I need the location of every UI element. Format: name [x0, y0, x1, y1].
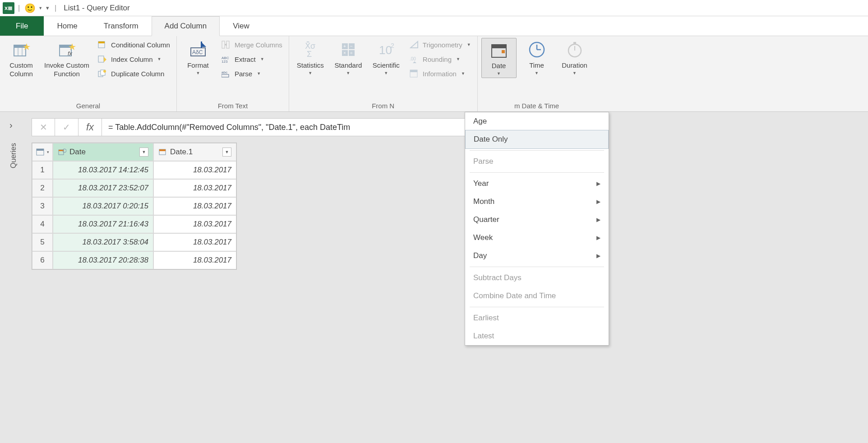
duplicate-column-button[interactable]: Duplicate Column — [95, 68, 173, 79]
check-icon: ✓ — [63, 122, 70, 133]
row-number[interactable]: 5 — [32, 233, 53, 251]
format-label: Format — [187, 61, 209, 70]
tab-view[interactable]: View — [220, 16, 263, 36]
header-date1-label: Date.1 — [170, 148, 193, 157]
cancel-formula-button[interactable]: ✕ — [32, 118, 55, 136]
svg-marker-12 — [104, 57, 106, 62]
formula-input[interactable]: = Table.AddColumn(#"Removed Columns", "D… — [102, 118, 499, 136]
menu-date-only[interactable]: Date Only — [465, 130, 609, 149]
standard-icon: +−×÷ — [338, 40, 358, 60]
tab-add-column[interactable]: Add Column — [152, 16, 220, 36]
time-button[interactable]: Time ▼ — [519, 38, 554, 77]
group-from-number: X̄σΣ Statistics ▼ +−×÷ Standard ▼ 102 Sc… — [289, 36, 478, 111]
column-filter-button[interactable]: ▼ — [139, 148, 148, 157]
format-button[interactable]: AδC Format ▼ — [180, 38, 216, 77]
conditional-column-button[interactable]: Conditional Column — [95, 39, 173, 51]
cell-date1[interactable]: 18.03.2017 — [153, 179, 236, 197]
menu-year[interactable]: Year▶ — [465, 175, 609, 193]
queries-panel-collapsed[interactable]: › Queries — [0, 112, 27, 443]
table-row: 3 18.03.2017 0:20:15 18.03.2017 — [32, 197, 236, 215]
duration-button[interactable]: Duration ▼ — [557, 38, 592, 77]
trigonometry-label: Trigonometry — [423, 41, 462, 49]
standard-button[interactable]: +−×÷ Standard ▼ — [331, 38, 366, 77]
title-bar: x≣ | 🙂 ▼ ▾ | List1 - Query Editor — [0, 0, 868, 16]
fx-icon: fx — [86, 121, 94, 133]
cell-date[interactable]: 18.03.2017 21:16:43 — [53, 215, 153, 233]
emoji-button[interactable]: 🙂 — [24, 3, 36, 14]
merge-columns-button[interactable]: Merge Columns — [218, 39, 285, 51]
date-button[interactable]: Date ▼ — [481, 38, 517, 78]
accept-formula-button[interactable]: ✓ — [55, 118, 78, 136]
svg-text:×: × — [343, 51, 346, 55]
svg-text:÷: ÷ — [350, 51, 353, 55]
separator: | — [18, 4, 20, 12]
qat-overflow-icon[interactable]: ▾ — [46, 5, 49, 11]
tab-file[interactable]: File — [0, 16, 44, 36]
cell-date1[interactable]: 18.03.2017 — [153, 233, 236, 251]
calendar-icon — [489, 40, 509, 60]
tab-home[interactable]: Home — [44, 16, 90, 36]
conditional-icon — [97, 40, 107, 50]
cell-date[interactable]: 18.03.2017 14:12:45 — [53, 161, 153, 179]
header-date1[interactable]: Date.1 ▼ — [153, 143, 236, 161]
table-row: 4 18.03.2017 21:16:43 18.03.2017 — [32, 215, 236, 233]
statistics-button[interactable]: X̄σΣ Statistics ▼ — [293, 38, 328, 77]
menu-day[interactable]: Day▶ — [465, 247, 609, 265]
cell-date1[interactable]: 18.03.2017 — [153, 197, 236, 215]
svg-rect-21 — [226, 41, 229, 48]
duplicate-column-label: Duplicate Column — [111, 70, 164, 78]
expand-chevron-icon[interactable]: › — [9, 120, 18, 130]
extract-button[interactable]: ABC123 Extract ▼ — [218, 53, 285, 65]
cell-date[interactable]: 18.03.2017 0:20:15 — [53, 197, 153, 215]
clock-icon — [527, 40, 547, 60]
merge-columns-label: Merge Columns — [235, 41, 282, 49]
cell-date1[interactable]: 18.03.2017 — [153, 215, 236, 233]
table-row: 6 18.03.2017 20:28:38 18.03.2017 — [32, 251, 236, 269]
information-label: Information — [423, 70, 457, 78]
menu-separator — [470, 172, 604, 173]
svg-text:abc: abc — [222, 70, 227, 74]
row-number[interactable]: 2 — [32, 179, 53, 197]
row-number[interactable]: 1 — [32, 161, 53, 179]
menu-week[interactable]: Week▶ — [465, 229, 609, 247]
cell-date1[interactable]: 18.03.2017 — [153, 251, 236, 269]
data-table: ▾ Date ▼ Date.1 ▼ 1 — [32, 143, 237, 270]
fx-star-icon: fx — [57, 40, 77, 60]
table-corner[interactable]: ▾ — [32, 143, 53, 161]
trigonometry-button[interactable]: Trigonometry ▼ — [406, 39, 474, 51]
menu-age[interactable]: Age — [465, 112, 609, 130]
chevron-down-icon: ▼ — [260, 57, 264, 61]
row-number[interactable]: 6 — [32, 251, 53, 269]
cell-date1[interactable]: 18.03.2017 — [153, 161, 236, 179]
svg-marker-39 — [411, 42, 418, 48]
menu-quarter[interactable]: Quarter▶ — [465, 211, 609, 229]
rounding-button[interactable]: .00 Rounding ▼ — [406, 53, 474, 65]
menu-month[interactable]: Month▶ — [465, 193, 609, 211]
custom-column-label: Custom Column — [9, 61, 33, 78]
cell-date[interactable]: 18.03.2017 20:28:38 — [53, 251, 153, 269]
ribbon-tabs: File Home Transform Add Column View — [0, 16, 868, 36]
svg-rect-26 — [222, 74, 229, 77]
fx-button[interactable]: fx — [78, 118, 102, 136]
cell-date[interactable]: 18.03.2017 23:52:07 — [53, 179, 153, 197]
svg-rect-46 — [502, 50, 505, 53]
row-number[interactable]: 4 — [32, 215, 53, 233]
cell-date[interactable]: 18.03.2017 3:58:04 — [53, 233, 153, 251]
qat-dropdown-icon[interactable]: ▼ — [38, 6, 42, 10]
custom-column-button[interactable]: Custom Column — [4, 38, 39, 80]
column-filter-button[interactable]: ▼ — [222, 148, 231, 157]
date-label: Date — [492, 62, 506, 70]
information-button[interactable]: Information ▼ — [406, 68, 474, 79]
index-column-button[interactable]: Index Column ▼ — [95, 53, 173, 65]
header-date[interactable]: Date ▼ — [53, 143, 153, 161]
svg-rect-10 — [98, 42, 105, 43]
parse-button[interactable]: abc Parse ▼ — [218, 68, 285, 79]
standard-label: Standard — [334, 61, 362, 70]
triangle-icon — [409, 40, 419, 50]
header-date-label: Date — [69, 148, 86, 157]
row-number[interactable]: 3 — [32, 197, 53, 215]
tab-transform[interactable]: Transform — [91, 16, 152, 36]
scientific-button[interactable]: 102 Scientific ▼ — [369, 38, 404, 77]
invoke-custom-function-button[interactable]: fx Invoke Custom Function — [42, 38, 92, 80]
svg-marker-18 — [202, 42, 206, 47]
